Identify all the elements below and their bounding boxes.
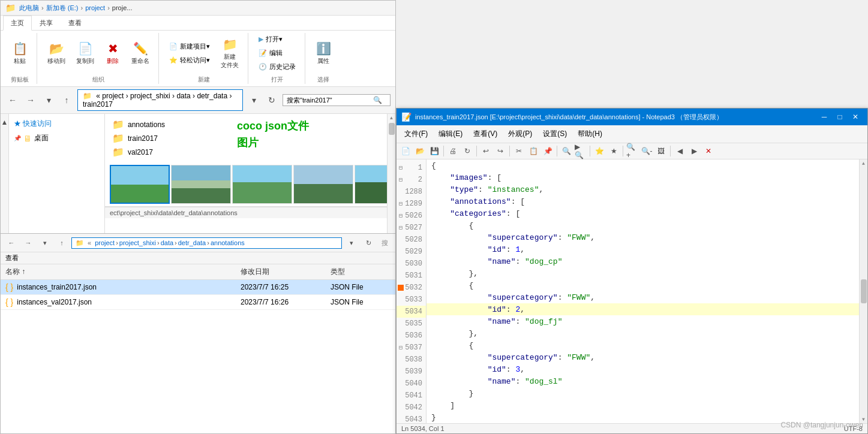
ribbon-tab-share[interactable]: 共享 [32, 16, 61, 31]
bottom-nav-up[interactable]: ↑ [55, 236, 69, 250]
menu-edit[interactable]: 编辑(E) [433, 126, 468, 141]
code-line-5041: } [427, 387, 859, 399]
address-input[interactable]: 📁 « project › project_shixi › data › det… [77, 89, 243, 111]
code-line-5039: "id": 3, [427, 363, 859, 375]
search-input[interactable] [287, 97, 371, 104]
bottom-address-bar: ← → ▾ ↑ 📁 « project › project_shixi › da… [1, 234, 395, 252]
toolbar-prev[interactable]: ◀ [673, 144, 686, 158]
menu-settings[interactable]: 设置(S) [537, 126, 572, 141]
new-item-button[interactable]: 📄 新建项目▾ [165, 40, 214, 53]
path-part-project[interactable]: project [95, 239, 115, 246]
menu-file[interactable]: 文件(F) [399, 126, 433, 141]
code-line-5030: "name": "dog_cp" [427, 255, 859, 267]
history-button[interactable]: 🕐 历史记录 [254, 61, 300, 73]
toolbar-zoom-out[interactable]: 🔍- [640, 144, 653, 158]
fold-marker-1289[interactable]: ⊟ [397, 198, 405, 210]
ribbon-tab-home[interactable]: 主页 [3, 16, 32, 31]
refresh-button[interactable]: ↻ [265, 93, 279, 107]
fold-marker-5027[interactable]: ⊟ [397, 222, 405, 234]
breadcrumb-drive[interactable]: 新加卷 (E:) [46, 4, 79, 13]
toolbar-next[interactable]: ▶ [687, 144, 701, 158]
toolbar-open[interactable]: 📂 [413, 144, 427, 158]
bottom-path-dropdown[interactable]: ▾ [344, 236, 359, 250]
minimize-button[interactable]: ─ [817, 111, 831, 123]
line-5026: ⊟ 5026 [397, 210, 426, 222]
toolbar-paste[interactable]: 📌 [541, 144, 554, 158]
maximize-button[interactable]: □ [833, 111, 847, 123]
col-name[interactable]: 名称 ↑ [5, 267, 241, 277]
path-part-detr-data[interactable]: detr_data [178, 239, 206, 246]
menu-help[interactable]: 帮助(H) [572, 126, 608, 141]
breadcrumb-sub[interactable]: proje... [112, 4, 133, 11]
edit-button[interactable]: 📝 编辑 [254, 47, 287, 59]
easy-access-button[interactable]: ⭐ 轻松访问▾ [165, 54, 214, 67]
rename-button[interactable]: ✏️ 重命名 [127, 38, 154, 68]
move-to-button[interactable]: 📂 移动到 [43, 38, 70, 68]
search-box[interactable]: 🔍 [283, 94, 391, 106]
line-5037: ⊟ 5037 [397, 342, 426, 354]
col-type[interactable]: 类型 [331, 267, 391, 277]
toolbar-cut[interactable]: ✂ [512, 144, 525, 158]
fold-marker-5026[interactable]: ⊟ [397, 210, 405, 222]
breadcrumb-project[interactable]: project [85, 4, 105, 11]
nav-forward-button[interactable]: → [23, 93, 38, 107]
notepad-menubar: 文件(F) 编辑(E) 查看(V) 外观(P) 设置(S) 帮助(H) [397, 125, 867, 143]
toolbar-undo[interactable]: ↩ [479, 144, 492, 158]
toolbar-redo[interactable]: ↪ [494, 144, 507, 158]
fold-marker-2[interactable]: ⊟ [397, 174, 405, 186]
copy-to-button[interactable]: 📄 复制到 [72, 38, 98, 68]
nav-up-button[interactable]: ↑ [59, 93, 74, 107]
code-scroll-up[interactable]: ▲ [862, 159, 865, 166]
breadcrumb-pc[interactable]: 此电脑 [19, 4, 39, 13]
toolbar-print[interactable]: 🖨 [446, 144, 459, 158]
menu-view[interactable]: 查看(V) [468, 126, 503, 141]
nav-dropdown2-button[interactable]: ▾ [247, 93, 261, 107]
image-thumb-3[interactable] [232, 165, 292, 204]
toolbar-bookmark2[interactable]: ★ [607, 144, 620, 158]
ribbon-tab-view[interactable]: 查看 [61, 16, 89, 31]
image-thumb-2[interactable] [171, 165, 231, 204]
toolbar-zoom-in[interactable]: 🔍+ [626, 144, 639, 158]
toolbar-img[interactable]: 🖼 [654, 144, 668, 158]
nav-item-desktop[interactable]: 📌 🖥 桌面 [9, 131, 104, 145]
toolbar-findnext[interactable]: ▶🔍 [574, 144, 587, 158]
toolbar-find[interactable]: 🔍 [560, 144, 573, 158]
bottom-refresh[interactable]: ↻ [361, 236, 376, 250]
toolbar-new[interactable]: 📄 [399, 144, 412, 158]
path-part-annotations[interactable]: annotations [211, 239, 245, 246]
bottom-nav-forward[interactable]: → [21, 236, 35, 250]
nav-back-button[interactable]: ← [5, 93, 20, 107]
fold-marker-1[interactable]: ⊟ [397, 162, 405, 174]
code-scroll-thumb[interactable] [861, 279, 867, 303]
image-thumb-5[interactable] [355, 165, 387, 204]
toolbar-refresh[interactable]: ↻ [461, 144, 474, 158]
path-part-project-shixi[interactable]: project_shixi [119, 239, 156, 246]
line-5033: 5033 [397, 294, 426, 306]
fold-marker-5037[interactable]: ⊟ [397, 342, 405, 354]
open-button[interactable]: ▶ 打开▾ [254, 33, 287, 46]
close-button[interactable]: ✕ [848, 111, 863, 123]
scroll-up-right-button[interactable]: ▲ [389, 115, 394, 120]
paste-button[interactable]: 📋 粘贴 [8, 38, 32, 68]
col-modified[interactable]: 修改日期 [241, 267, 331, 277]
toolbar-close-x[interactable]: ✕ [702, 144, 715, 158]
code-content[interactable]: { "images": [ "type": "instances", "anno… [427, 159, 859, 423]
nav-dropdown-button[interactable]: ▾ [41, 93, 56, 107]
image-thumb-4[interactable] [293, 165, 353, 204]
image-thumb-1[interactable] [110, 165, 170, 204]
file-row-val[interactable]: { } instances_val2017.json 2023/7/7 16:2… [1, 295, 395, 310]
menu-appearance[interactable]: 外观(P) [503, 126, 537, 141]
toolbar-bookmark[interactable]: ⭐ [593, 144, 606, 158]
scroll-thumb[interactable] [389, 123, 395, 135]
toolbar-save[interactable]: 💾 [428, 144, 441, 158]
path-part-data[interactable]: data [161, 239, 173, 246]
bottom-nav-down[interactable]: ▾ [38, 236, 52, 250]
delete-button[interactable]: ✖ 删除 [101, 38, 125, 68]
properties-button[interactable]: ℹ️ 属性 [311, 38, 335, 68]
bottom-nav-back[interactable]: ← [4, 236, 19, 250]
file-row-train[interactable]: { } instances_train2017.json 2023/7/7 16… [1, 280, 395, 295]
new-folder-button[interactable]: 📁 新建文件夹 [217, 34, 243, 73]
toolbar-copy[interactable]: 📋 [527, 144, 540, 158]
bottom-path[interactable]: 📁 « project › project_shixi › data › det… [71, 237, 342, 249]
scroll-up-button[interactable]: ▲ [1, 116, 8, 128]
